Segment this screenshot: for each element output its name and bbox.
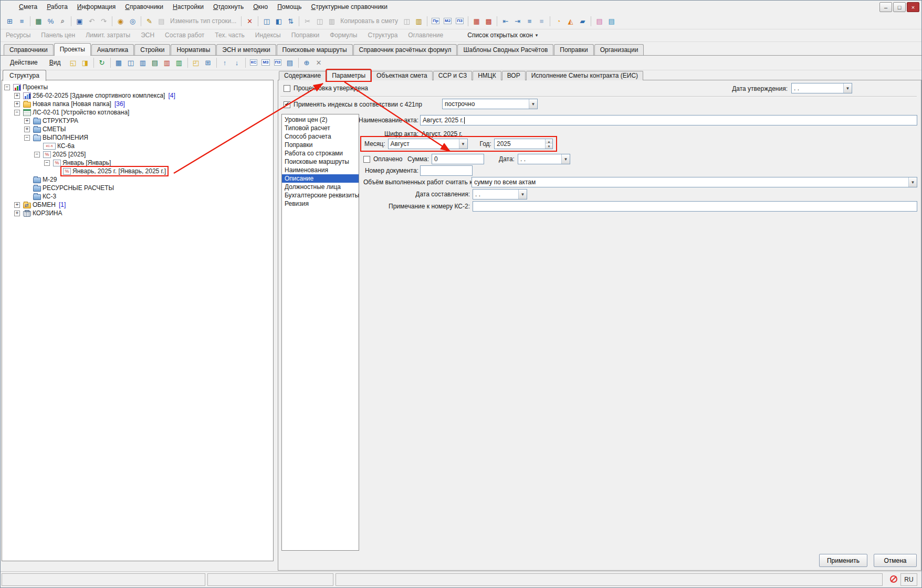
tree-item[interactable]: Январь, 2025 г. [Январь, 2025 г.]	[2, 167, 273, 175]
action-menu-button[interactable]: Действие	[5, 57, 43, 68]
tree-item[interactable]: −Проекты	[2, 83, 273, 91]
parameter-section-item[interactable]: Описание	[282, 174, 359, 183]
tree-item[interactable]: +СМЕТЫ	[2, 125, 273, 133]
approved-checkbox[interactable]	[284, 85, 290, 92]
tree-expander[interactable]: −	[44, 160, 50, 166]
chevron-down-icon[interactable]: ▼	[459, 139, 467, 149]
new-doc-icon[interactable]: ▤	[285, 57, 296, 68]
menu-item[interactable]: Помощь	[273, 2, 306, 12]
maximize-button[interactable]: □	[893, 2, 906, 12]
workspace-tab[interactable]: Нормативы	[171, 44, 216, 55]
calc-icon[interactable]: ⊞	[203, 57, 214, 68]
sort-icon[interactable]: ⇅	[285, 16, 296, 27]
structure-levels-icon[interactable]: ≡	[16, 16, 27, 27]
chart-icon[interactable]: ▦	[113, 57, 124, 68]
apply-button[interactable]: Применить	[819, 554, 867, 567]
details-tab[interactable]: Исполнение Сметы контракта (ЕИС)	[526, 71, 643, 80]
tree-expander[interactable]: +	[14, 101, 20, 107]
tree-item[interactable]: +СТРУКТУРА	[2, 117, 273, 125]
tree-item[interactable]: КС-3	[2, 192, 273, 201]
m3-icon[interactable]: М3	[260, 57, 271, 68]
protect-icon[interactable]: ◎	[127, 16, 138, 27]
volume-combo[interactable]: сумму по всем актам ▼	[472, 177, 917, 187]
indices-checkbox[interactable]	[284, 101, 290, 108]
parameter-section-item[interactable]: Поправки	[282, 141, 359, 149]
m2-icon[interactable]: М2	[442, 16, 453, 27]
percent-table-icon[interactable]: %	[45, 16, 56, 27]
paste-doc-icon[interactable]: ▥	[413, 16, 424, 27]
indices-mode-combo[interactable]: построчно ▼	[442, 99, 538, 109]
move-up-icon[interactable]: ↑	[219, 57, 230, 68]
parameter-section-item[interactable]: Бухгалтерские реквизиты	[282, 191, 359, 200]
chevron-down-icon[interactable]: ▼	[561, 154, 570, 164]
tree-expander[interactable]: −	[24, 135, 30, 141]
parameter-section-item[interactable]: Ревизия	[282, 200, 359, 208]
close-button[interactable]: ×	[907, 2, 919, 12]
tree-item[interactable]: +КОРЗИНА	[2, 209, 273, 217]
cancel-button[interactable]: Отмена	[874, 554, 917, 567]
details-tab[interactable]: Объектная смета	[371, 71, 433, 80]
p3-act-icon[interactable]: ПЗ	[273, 57, 284, 68]
workspace-tab[interactable]: Справочник расчётных формул	[353, 44, 457, 55]
add-row-icon[interactable]: ⊞	[4, 16, 15, 27]
details-tab[interactable]: НМЦК	[473, 71, 501, 80]
rest-beach-icon[interactable]: ◭	[565, 16, 576, 27]
workspace-tab[interactable]: Стройки	[134, 44, 170, 55]
tree-expander[interactable]: +	[14, 211, 20, 216]
year-spinner[interactable]: 2025 ▲▼	[494, 139, 553, 149]
tab-structure[interactable]: Структура	[3, 70, 46, 81]
edit-row-icon[interactable]: ✎	[144, 16, 155, 27]
indices-checkbox-row[interactable]: Применять индексы в соответствии с 421пр	[284, 99, 422, 110]
tree-expander[interactable]: −	[34, 152, 40, 158]
view-menu-button[interactable]: Вид	[44, 57, 66, 68]
workspace-tab[interactable]: Справочники	[4, 44, 54, 55]
paid-checkbox-row[interactable]: Оплачено	[363, 154, 402, 164]
chevron-down-icon[interactable]: ▼	[518, 190, 527, 199]
tree-item[interactable]: −ВЫПОЛНЕНИЯ	[2, 133, 273, 142]
columns-icon[interactable]: ◫	[261, 16, 272, 27]
workspace-tab[interactable]: Аналитика	[91, 44, 134, 55]
menu-item[interactable]: Настройки	[168, 2, 208, 12]
tree-item[interactable]: −2025 [2025]	[2, 150, 273, 159]
paid-checkbox[interactable]	[363, 156, 370, 163]
indent-icon[interactable]: ⇥	[512, 16, 523, 27]
sum-input[interactable]: 0	[432, 154, 484, 164]
p3-icon[interactable]: ПЗ	[454, 16, 465, 27]
menu-item[interactable]: Отдохнуть	[208, 2, 248, 12]
parameter-section-item[interactable]: Наименования	[282, 166, 359, 174]
doc-number-input[interactable]	[420, 165, 473, 176]
menu-item[interactable]: Справочники	[120, 2, 168, 12]
approved-checkbox-row[interactable]: Процентовка утверждена	[284, 83, 368, 93]
workspace-tab[interactable]: Поправки	[554, 44, 593, 55]
open-windows-dropdown[interactable]: Список открытых окон ▾	[467, 32, 538, 39]
excel-export-icon[interactable]: ▦	[33, 16, 44, 27]
layers-blue-icon[interactable]: ▤	[606, 16, 617, 27]
workspace-tab[interactable]: Организации	[594, 44, 644, 55]
summary-table-icon[interactable]: ▤	[150, 57, 161, 68]
chevron-down-icon[interactable]: ▼	[529, 99, 537, 109]
workspace-tab[interactable]: Шаблоны Сводных Расчётов	[457, 44, 553, 55]
folder-pane-icon[interactable]: ◨	[80, 57, 91, 68]
report-icon[interactable]: Пр	[430, 16, 441, 27]
tree-item[interactable]: +Новая папка [Новая папка][36]	[2, 100, 273, 108]
lock-icon[interactable]: ◉	[115, 16, 126, 27]
tree-item[interactable]: РЕСУРСНЫЕ РАСЧЕТЫ	[2, 184, 273, 192]
menu-item[interactable]: Работа	[42, 2, 72, 12]
note-input[interactable]	[473, 201, 917, 212]
workspace-tab[interactable]: Поисковые маршруты	[277, 44, 353, 55]
act-name-input[interactable]: Август, 2025 г.	[420, 115, 917, 125]
chevron-down-icon[interactable]: ▼	[908, 177, 917, 187]
rest-sun-icon[interactable]: ◔	[553, 16, 564, 27]
menu-item[interactable]: Смета	[14, 2, 42, 12]
tree-expander[interactable]: −	[4, 85, 10, 90]
tree-item[interactable]: −ЛС-02-01 [Устройство котлована]	[2, 108, 273, 117]
details-tab[interactable]: Параметры	[327, 70, 371, 81]
tree-item[interactable]: +ОБМЕН[1]	[2, 201, 273, 209]
delete-group-icon[interactable]: ▩	[483, 16, 494, 27]
paid-date-combo[interactable]: . . ▼	[518, 154, 570, 164]
copy-structure-icon[interactable]: ▥	[138, 57, 149, 68]
workspace-tab[interactable]: Проекты	[54, 43, 91, 56]
compile-date-combo[interactable]: . . ▼	[473, 189, 527, 200]
menu-item[interactable]: Информация	[72, 2, 120, 12]
group-rows-icon[interactable]: ≡	[524, 16, 535, 27]
